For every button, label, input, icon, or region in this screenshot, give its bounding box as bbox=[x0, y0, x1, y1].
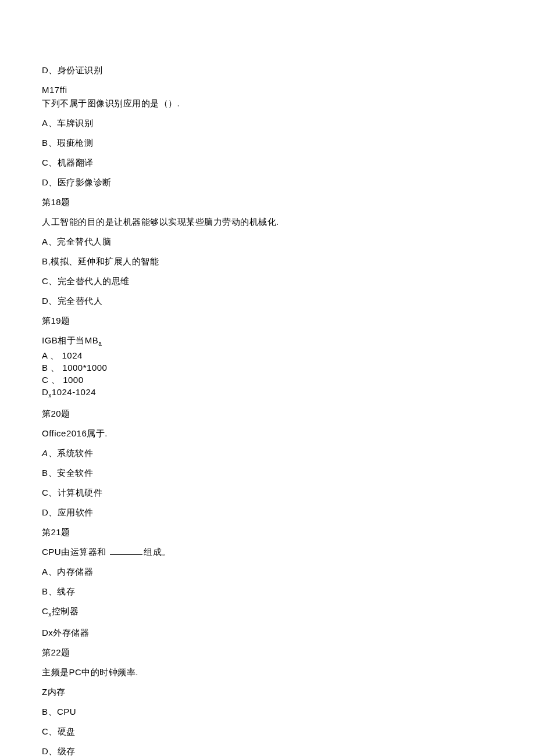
option-letter: D bbox=[42, 387, 48, 397]
option: C、计算机硬件 bbox=[42, 486, 493, 499]
option: C、机器翻译 bbox=[42, 156, 493, 169]
question-stem: IGB相于当MBa bbox=[42, 334, 493, 348]
stem-sub: a bbox=[98, 341, 102, 347]
question-header: 第21题 bbox=[42, 526, 493, 538]
question-stem: CPU由运算器和 组成。 bbox=[42, 546, 493, 558]
option-tail: 、系统软件 bbox=[48, 448, 94, 458]
question-stem: 下列不属于图像识别应用的是（）. bbox=[42, 97, 493, 109]
option: A 、 1024 bbox=[42, 349, 493, 361]
option-tail: 控制器 bbox=[52, 606, 79, 616]
question-header: 第22题 bbox=[42, 646, 493, 658]
option: B,模拟、延伸和扩展人的智能 bbox=[42, 255, 493, 267]
option: A、系统软件 bbox=[42, 447, 493, 459]
option: D、应用软件 bbox=[42, 506, 493, 518]
stem-text: IGB相于当MB bbox=[42, 335, 98, 345]
option: B、CPU bbox=[42, 705, 493, 718]
option: A、车牌识别 bbox=[42, 117, 493, 129]
stem-prefix: CPU由运算器和 bbox=[42, 547, 106, 557]
option: Z内存 bbox=[42, 686, 493, 698]
option: D、完全替代人 bbox=[42, 295, 493, 307]
question-stem: Office2016属于. bbox=[42, 427, 493, 439]
question-stem: 人工智能的目的是让机器能够以实现某些脑力劳动的机械化. bbox=[42, 216, 493, 228]
option: C 、 1000 bbox=[42, 374, 493, 386]
option: B、瑕疵枪测 bbox=[42, 137, 493, 149]
option: C、硬盘 bbox=[42, 725, 493, 737]
text-line: D、身份证识别 bbox=[42, 64, 493, 76]
option: D、医疗影像诊断 bbox=[42, 176, 493, 188]
option: C、完全替代人的思维 bbox=[42, 275, 493, 287]
option: A、内存储器 bbox=[42, 565, 493, 578]
question-header: 第18题 bbox=[42, 196, 493, 208]
stem-suffix: 组成。 bbox=[144, 547, 171, 557]
option-tail: 1024-1024 bbox=[52, 387, 96, 397]
option: B 、 1000*1000 bbox=[42, 361, 493, 374]
option: Dx1024-1024 bbox=[42, 386, 493, 400]
option: Cx控制器 bbox=[42, 605, 493, 619]
question-stem: 主频是PC中的时钟频率. bbox=[42, 666, 493, 678]
option: B、线存 bbox=[42, 585, 493, 597]
option-letter: A bbox=[42, 448, 48, 458]
option: D、级存 bbox=[42, 745, 493, 756]
option: B、安全软件 bbox=[42, 467, 493, 479]
question-header: 第19题 bbox=[42, 314, 493, 327]
option: Dx外存储器 bbox=[42, 626, 493, 639]
blank-underline bbox=[110, 554, 142, 555]
option: A、完全替代人脑 bbox=[42, 235, 493, 248]
option-letter: C bbox=[42, 606, 48, 616]
question-header: 第20题 bbox=[42, 407, 493, 420]
text-line: M17ffi bbox=[42, 84, 493, 96]
